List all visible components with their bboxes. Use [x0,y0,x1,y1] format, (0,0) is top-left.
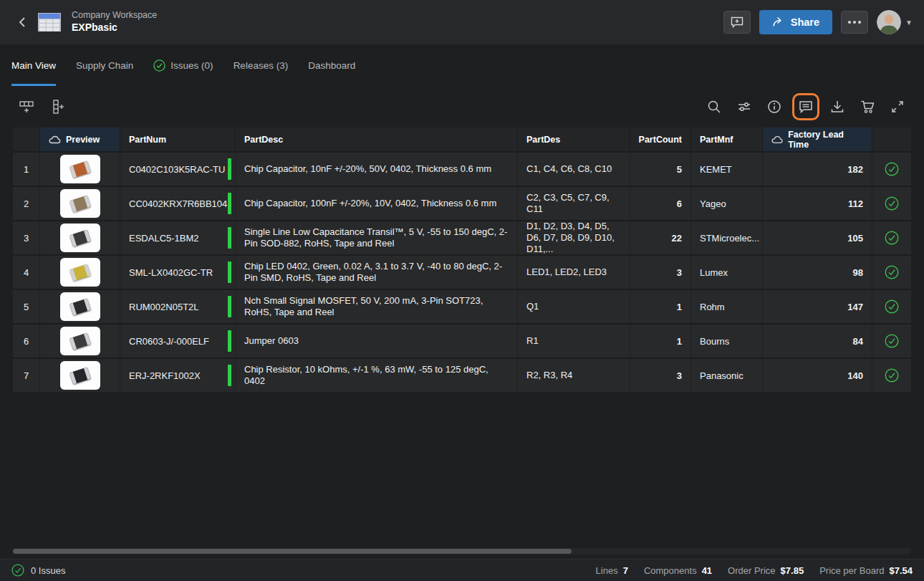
partdes-cell[interactable]: C1, C4, C6, C8, C10 [518,153,630,186]
filter-button[interactable] [732,95,756,119]
partdes-cell[interactable]: Q1 [518,290,630,323]
partdesc-cell[interactable]: Chip Capacitor, 10nF +/-20%, 50V, 0402, … [236,153,518,186]
header-preview[interactable]: Preview [40,128,120,151]
partdesc-cell[interactable]: Nch Small Signal MOSFET, 50 V, 200 mA, 3… [236,290,518,323]
add-column-button[interactable] [46,95,70,119]
tab-main-view[interactable]: Main View [11,44,56,86]
status-cell[interactable] [872,290,911,323]
partdes-cell[interactable]: LED1, LED2, LED3 [518,256,630,289]
info-button[interactable] [762,95,786,119]
partmnf-cell[interactable]: Bourns [691,325,763,357]
partdesc-cell[interactable]: Single Line Low Capacitance Transil™, 5 … [236,221,518,254]
partmnf-cell[interactable]: Rohm [691,290,763,323]
comments-button[interactable] [792,93,819,120]
tab-supply-chain[interactable]: Supply Chain [76,44,133,86]
preview-cell[interactable] [40,221,120,254]
table-row[interactable]: 1 C0402C103K5RAC-TU Chip Capacitor, 10nF… [13,151,911,186]
lead-time-cell[interactable]: 112 [763,187,872,220]
part-preview-image[interactable] [60,189,100,218]
horizontal-scrollbar[interactable] [13,548,911,554]
header-partmnf[interactable]: PartMnf [691,128,763,151]
add-row-button[interactable] [14,95,39,119]
table-row[interactable]: 6 CR0603-J/-000ELF Jumper 0603 R1 1 Bour… [13,323,911,357]
partcount-cell[interactable]: 22 [630,221,691,254]
header-partnum[interactable]: PartNum [120,128,236,151]
partnum-cell[interactable]: CC0402KRX7R6BB104 [120,187,236,220]
download-button[interactable] [825,95,850,119]
table-row[interactable]: 4 SML-LX0402GC-TR Chip LED 0402, Green, … [13,254,911,289]
partcount-cell[interactable]: 3 [630,256,691,289]
chevron-down-icon[interactable]: ▼ [905,19,913,27]
partnum-cell[interactable]: CR0603-J/-000ELF [120,325,236,357]
partcount-cell[interactable]: 3 [630,359,691,392]
status-cell[interactable] [872,256,911,289]
part-preview-image[interactable] [60,224,100,252]
partdesc-cell[interactable]: Jumper 0603 [236,325,518,357]
partcount-cell[interactable]: 6 [630,187,691,220]
table-row[interactable]: 2 CC0402KRX7R6BB104 Chip Capacitor, 100n… [13,186,911,220]
partcount-cell[interactable]: 1 [630,325,691,357]
partdes-cell[interactable]: R2, R3, R4 [518,359,630,392]
partdesc-cell[interactable]: Chip Capacitor, 100nF +/-20%, 10V, 0402,… [236,187,518,220]
header-factory-lead-time[interactable]: Factory Lead Time [763,128,872,151]
preview-cell[interactable] [40,256,120,289]
partcount-cell[interactable]: 5 [630,153,691,186]
partmnf-cell[interactable]: STMicroelec... [691,221,763,254]
partnum-cell[interactable]: C0402C103K5RAC-TU [120,153,236,186]
lead-time-cell[interactable]: 98 [763,256,872,289]
header-partdes[interactable]: PartDes [518,128,630,151]
status-cell[interactable] [872,359,911,392]
partcount-cell[interactable]: 1 [630,290,691,323]
lead-time-cell[interactable]: 84 [763,325,872,357]
tab-releases[interactable]: Releases (3) [234,44,289,86]
partmnf-cell[interactable]: KEMET [691,153,763,186]
status-cell[interactable] [872,221,911,254]
more-options-button[interactable] [841,11,868,34]
status-cell[interactable] [872,325,911,357]
status-cell[interactable] [872,187,911,220]
table-row[interactable]: 3 ESDALC5-1BM2 Single Line Low Capacitan… [13,220,911,254]
tab-issues[interactable]: Issues (0) [153,44,213,86]
partdesc-cell[interactable]: Chip Resistor, 10 kOhms, +/-1 %, 63 mW, … [236,359,518,392]
part-preview-image[interactable] [60,327,100,355]
avatar[interactable] [877,10,901,34]
header-partcount[interactable]: PartCount [630,128,691,151]
partnum-cell[interactable]: ESDALC5-1BM2 [120,221,236,254]
partmnf-cell[interactable]: Lumex [691,256,763,289]
partmnf-cell[interactable]: Yageo [691,187,763,220]
lead-time-cell[interactable]: 105 [763,221,872,254]
partnum-cell[interactable]: ERJ-2RKF1002X [120,359,236,392]
preview-cell[interactable] [40,187,120,220]
partnum-cell[interactable]: SML-LX0402GC-TR [120,256,236,289]
part-preview-image[interactable] [60,361,100,390]
partnum-cell[interactable]: RUM002N05T2L [120,290,236,323]
part-preview-image[interactable] [60,258,100,287]
cart-button[interactable] [855,95,880,119]
expand-button[interactable] [885,95,910,119]
add-comment-button[interactable] [723,11,751,34]
part-preview-image[interactable] [60,155,100,183]
preview-cell[interactable] [40,325,120,357]
issues-status[interactable]: 0 Issues [11,564,65,577]
table-row[interactable]: 7 ERJ-2RKF1002X Chip Resistor, 10 kOhms,… [13,357,911,392]
partdes-cell[interactable]: C2, C3, C5, C7, C9, C11 [518,187,630,220]
partdesc-cell[interactable]: Chip LED 0402, Green, 0.02 A, 3.1 to 3.7… [236,256,518,289]
partdes-cell[interactable]: D1, D2, D3, D4, D5, D6, D7, D8, D9, D10,… [518,221,630,254]
preview-cell[interactable] [40,359,120,392]
lead-time-cell[interactable]: 140 [763,359,872,392]
search-button[interactable] [702,95,726,119]
share-button[interactable]: Share [759,10,832,34]
scrollbar-thumb[interactable] [13,549,572,554]
part-preview-image[interactable] [60,292,100,321]
lead-time-cell[interactable]: 182 [763,153,872,186]
header-partdesc[interactable]: PartDesc [236,128,518,151]
back-button[interactable] [11,12,32,32]
user-menu[interactable]: ▼ [877,10,913,34]
preview-cell[interactable] [40,290,120,323]
partdes-cell[interactable]: R1 [518,325,630,357]
lead-time-cell[interactable]: 147 [763,290,872,323]
tab-dashboard[interactable]: Dashboard [308,44,355,86]
partmnf-cell[interactable]: Panasonic [691,359,763,392]
table-row[interactable]: 5 RUM002N05T2L Nch Small Signal MOSFET, … [13,289,911,323]
preview-cell[interactable] [40,153,120,186]
